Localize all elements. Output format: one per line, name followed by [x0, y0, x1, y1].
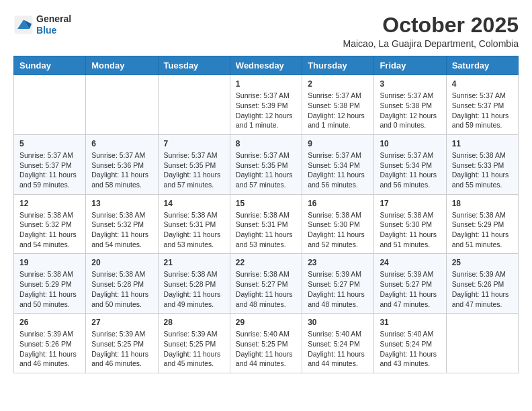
day-number: 30 — [308, 318, 368, 327]
week-row-4: 19Sunrise: 5:38 AM Sunset: 5:29 PM Dayli… — [14, 254, 519, 314]
day-info: Sunrise: 5:38 AM Sunset: 5:30 PM Dayligh… — [380, 210, 440, 250]
day-cell: 23Sunrise: 5:39 AM Sunset: 5:27 PM Dayli… — [302, 254, 374, 314]
day-cell: 16Sunrise: 5:38 AM Sunset: 5:30 PM Dayli… — [302, 194, 374, 254]
day-cell: 19Sunrise: 5:38 AM Sunset: 5:29 PM Dayli… — [14, 254, 86, 314]
day-number: 8 — [236, 139, 296, 148]
header: General Blue October 2025 Maicao, La Gua… — [13, 13, 519, 49]
day-number: 20 — [91, 258, 152, 267]
day-info: Sunrise: 5:38 AM Sunset: 5:28 PM Dayligh… — [91, 269, 152, 309]
day-info: Sunrise: 5:37 AM Sunset: 5:34 PM Dayligh… — [380, 150, 440, 190]
day-cell: 13Sunrise: 5:38 AM Sunset: 5:32 PM Dayli… — [86, 194, 158, 254]
day-cell: 30Sunrise: 5:40 AM Sunset: 5:24 PM Dayli… — [302, 314, 374, 373]
day-info: Sunrise: 5:37 AM Sunset: 5:37 PM Dayligh… — [452, 91, 513, 130]
day-number: 25 — [452, 258, 513, 267]
day-info: Sunrise: 5:39 AM Sunset: 5:25 PM Dayligh… — [91, 329, 152, 369]
day-info: Sunrise: 5:38 AM Sunset: 5:31 PM Dayligh… — [164, 210, 224, 250]
day-cell: 20Sunrise: 5:38 AM Sunset: 5:28 PM Dayli… — [86, 254, 158, 314]
day-number: 12 — [19, 199, 80, 208]
day-info: Sunrise: 5:37 AM Sunset: 5:38 PM Dayligh… — [308, 91, 368, 130]
day-cell: 24Sunrise: 5:39 AM Sunset: 5:27 PM Dayli… — [374, 254, 446, 314]
day-cell: 17Sunrise: 5:38 AM Sunset: 5:30 PM Dayli… — [374, 194, 446, 254]
day-info: Sunrise: 5:40 AM Sunset: 5:24 PM Dayligh… — [308, 329, 368, 369]
day-cell: 15Sunrise: 5:38 AM Sunset: 5:31 PM Dayli… — [230, 194, 302, 254]
day-info: Sunrise: 5:40 AM Sunset: 5:24 PM Dayligh… — [380, 329, 440, 369]
day-number: 9 — [308, 139, 368, 148]
day-cell: 2Sunrise: 5:37 AM Sunset: 5:38 PM Daylig… — [302, 75, 374, 135]
day-header-saturday: Saturday — [446, 56, 518, 75]
title-section: October 2025 Maicao, La Guajira Departme… — [343, 13, 519, 49]
day-number: 21 — [164, 258, 224, 267]
day-number: 15 — [236, 199, 296, 208]
day-header-thursday: Thursday — [302, 56, 374, 75]
day-number: 7 — [164, 139, 224, 148]
day-number: 4 — [452, 79, 513, 89]
day-cell: 3Sunrise: 5:37 AM Sunset: 5:38 PM Daylig… — [374, 75, 446, 135]
day-number: 17 — [380, 199, 440, 208]
day-number: 3 — [380, 79, 440, 89]
logo-icon — [13, 15, 34, 35]
day-cell — [14, 75, 86, 135]
day-number: 26 — [19, 318, 80, 327]
day-number: 18 — [452, 199, 513, 208]
day-info: Sunrise: 5:37 AM Sunset: 5:39 PM Dayligh… — [236, 91, 296, 130]
day-cell: 12Sunrise: 5:38 AM Sunset: 5:32 PM Dayli… — [14, 194, 86, 254]
day-cell: 25Sunrise: 5:39 AM Sunset: 5:26 PM Dayli… — [446, 254, 518, 314]
day-number: 23 — [308, 258, 368, 267]
day-number: 16 — [308, 199, 368, 208]
day-number: 11 — [452, 139, 513, 148]
day-info: Sunrise: 5:37 AM Sunset: 5:36 PM Dayligh… — [91, 150, 152, 190]
day-cell: 4Sunrise: 5:37 AM Sunset: 5:37 PM Daylig… — [446, 75, 518, 135]
day-header-tuesday: Tuesday — [158, 56, 230, 75]
logo-general: General — [36, 13, 71, 25]
logo: General Blue — [13, 13, 71, 36]
day-number: 24 — [380, 258, 440, 267]
day-info: Sunrise: 5:37 AM Sunset: 5:35 PM Dayligh… — [164, 150, 224, 190]
day-number: 14 — [164, 199, 224, 208]
day-info: Sunrise: 5:40 AM Sunset: 5:25 PM Dayligh… — [236, 329, 296, 369]
day-cell — [86, 75, 158, 135]
day-info: Sunrise: 5:38 AM Sunset: 5:30 PM Dayligh… — [308, 210, 368, 250]
day-info: Sunrise: 5:38 AM Sunset: 5:32 PM Dayligh… — [91, 210, 152, 250]
logo-text: General Blue — [36, 13, 71, 36]
day-number: 28 — [164, 318, 224, 327]
day-cell — [446, 314, 518, 373]
day-info: Sunrise: 5:38 AM Sunset: 5:32 PM Dayligh… — [19, 210, 80, 250]
day-cell: 10Sunrise: 5:37 AM Sunset: 5:34 PM Dayli… — [374, 134, 446, 194]
day-number: 19 — [19, 258, 80, 267]
day-info: Sunrise: 5:38 AM Sunset: 5:28 PM Dayligh… — [164, 269, 224, 309]
day-number: 22 — [236, 258, 296, 267]
week-row-1: 1Sunrise: 5:37 AM Sunset: 5:39 PM Daylig… — [14, 75, 519, 135]
day-info: Sunrise: 5:38 AM Sunset: 5:27 PM Dayligh… — [236, 269, 296, 309]
day-cell: 1Sunrise: 5:37 AM Sunset: 5:39 PM Daylig… — [230, 75, 302, 135]
day-number: 13 — [91, 199, 152, 208]
day-number: 29 — [236, 318, 296, 327]
day-cell: 21Sunrise: 5:38 AM Sunset: 5:28 PM Dayli… — [158, 254, 230, 314]
day-cell: 22Sunrise: 5:38 AM Sunset: 5:27 PM Dayli… — [230, 254, 302, 314]
week-row-3: 12Sunrise: 5:38 AM Sunset: 5:32 PM Dayli… — [14, 194, 519, 254]
day-info: Sunrise: 5:39 AM Sunset: 5:27 PM Dayligh… — [380, 269, 440, 309]
day-number: 5 — [19, 139, 80, 148]
day-cell: 5Sunrise: 5:37 AM Sunset: 5:37 PM Daylig… — [14, 134, 86, 194]
day-cell: 14Sunrise: 5:38 AM Sunset: 5:31 PM Dayli… — [158, 194, 230, 254]
day-number: 27 — [91, 318, 152, 327]
day-number: 10 — [380, 139, 440, 148]
day-cell — [158, 75, 230, 135]
day-info: Sunrise: 5:38 AM Sunset: 5:31 PM Dayligh… — [236, 210, 296, 250]
day-cell: 27Sunrise: 5:39 AM Sunset: 5:25 PM Dayli… — [86, 314, 158, 373]
day-info: Sunrise: 5:38 AM Sunset: 5:29 PM Dayligh… — [19, 269, 80, 309]
day-info: Sunrise: 5:37 AM Sunset: 5:37 PM Dayligh… — [19, 150, 80, 190]
location: Maicao, La Guajira Department, Colombia — [343, 38, 519, 49]
day-header-friday: Friday — [374, 56, 446, 75]
day-info: Sunrise: 5:39 AM Sunset: 5:25 PM Dayligh… — [164, 329, 224, 369]
day-cell: 6Sunrise: 5:37 AM Sunset: 5:36 PM Daylig… — [86, 134, 158, 194]
day-info: Sunrise: 5:38 AM Sunset: 5:33 PM Dayligh… — [452, 150, 513, 190]
week-row-2: 5Sunrise: 5:37 AM Sunset: 5:37 PM Daylig… — [14, 134, 519, 194]
month-year: October 2025 — [343, 13, 519, 37]
day-number: 2 — [308, 79, 368, 89]
day-cell: 9Sunrise: 5:37 AM Sunset: 5:34 PM Daylig… — [302, 134, 374, 194]
day-number: 1 — [236, 79, 296, 89]
day-header-sunday: Sunday — [14, 56, 86, 75]
day-info: Sunrise: 5:38 AM Sunset: 5:29 PM Dayligh… — [452, 210, 513, 250]
day-cell: 8Sunrise: 5:37 AM Sunset: 5:35 PM Daylig… — [230, 134, 302, 194]
days-header-row: SundayMondayTuesdayWednesdayThursdayFrid… — [14, 56, 519, 75]
